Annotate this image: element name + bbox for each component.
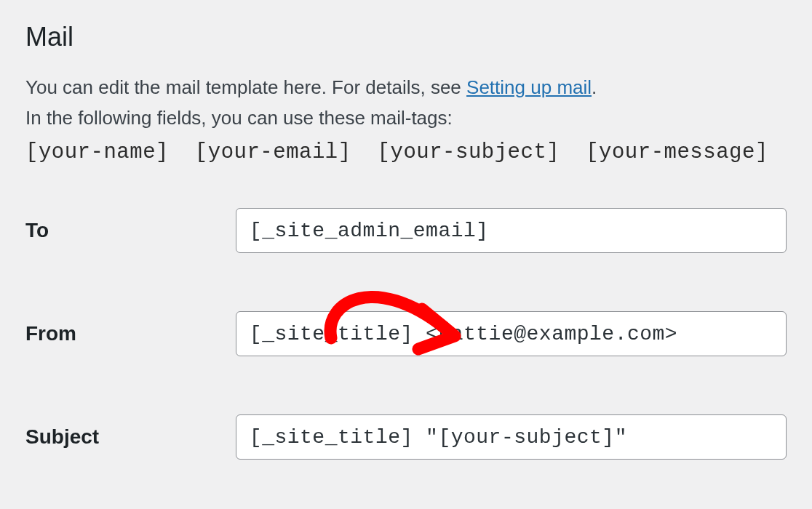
description-line2: In the following fields, you can use the… <box>25 107 453 129</box>
to-input[interactable] <box>236 208 787 253</box>
mail-tag: [your-email] <box>195 140 351 164</box>
mail-tags-row: [your-name] [your-email] [your-subject] … <box>25 140 787 164</box>
from-row: From <box>25 311 787 356</box>
subject-input[interactable] <box>236 414 787 460</box>
panel-title: Mail <box>25 22 787 52</box>
mail-tag: [your-message] <box>586 140 768 164</box>
from-label: From <box>25 322 236 345</box>
from-input[interactable] <box>236 311 787 356</box>
panel-description: You can edit the mail template here. For… <box>25 73 787 133</box>
setting-up-mail-link[interactable]: Setting up mail <box>466 76 592 98</box>
subject-row: Subject <box>25 414 787 460</box>
description-suffix: . <box>592 76 597 98</box>
mail-tag: [your-name] <box>25 140 169 164</box>
to-row: To <box>25 208 787 253</box>
description-prefix: You can edit the mail template here. For… <box>25 76 466 98</box>
to-label: To <box>25 219 236 242</box>
mail-tag: [your-subject] <box>378 140 560 164</box>
subject-label: Subject <box>25 425 236 449</box>
